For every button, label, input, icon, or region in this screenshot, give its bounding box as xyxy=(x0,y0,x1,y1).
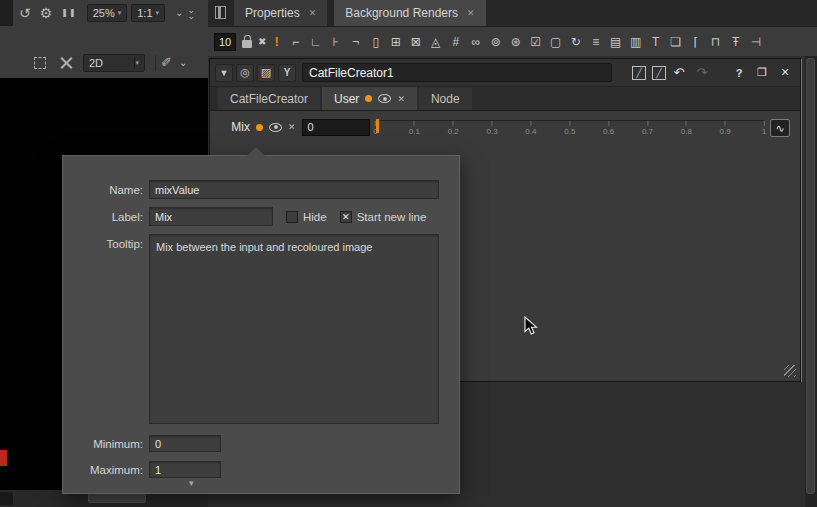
divider-knob-icon[interactable]: Ŧ xyxy=(727,33,745,51)
checkbox-knob-icon[interactable]: ☑ xyxy=(527,33,545,51)
node-title-input[interactable]: CatFileCreator1 xyxy=(302,63,612,82)
resize-grip-icon[interactable] xyxy=(784,365,796,377)
ratio-select[interactable]: 1:1 ▾ xyxy=(131,4,165,22)
maximum-input[interactable]: 1 xyxy=(149,461,221,478)
name-input[interactable]: mixValue xyxy=(149,180,439,199)
pause-icon[interactable]: ❚❚ xyxy=(61,6,76,20)
collapse-panel-icon[interactable]: ▼ xyxy=(215,64,233,82)
visibility-eye-icon[interactable] xyxy=(269,123,282,132)
pulldown-knob-icon[interactable]: ⊓ xyxy=(707,33,725,51)
close-tab-icon[interactable]: ✕ xyxy=(467,8,475,18)
zoom-select[interactable]: 25% ▾ xyxy=(87,4,128,22)
chevron-down-icon: ⌄ xyxy=(187,13,195,19)
vertical-scrollbar-track[interactable] xyxy=(805,56,817,507)
float-panel-icon[interactable]: ❐ xyxy=(752,66,772,79)
endline-knob-icon[interactable]: ⊣ xyxy=(747,33,765,51)
transform-handles-icon[interactable] xyxy=(60,57,73,70)
tick-line xyxy=(375,121,376,126)
node-pickle-icon[interactable]: Y xyxy=(278,64,296,82)
start-new-line-label: Start new line xyxy=(357,211,427,223)
help-icon[interactable]: ? xyxy=(729,67,749,79)
chevron-down-icon[interactable]: ⌄ xyxy=(175,6,183,20)
tab-knob-icon[interactable]: ⌈ xyxy=(687,33,705,51)
text-knob-icon[interactable]: T xyxy=(647,33,665,51)
tab-label: Background Renders xyxy=(345,6,458,20)
pane-menu-icon[interactable] xyxy=(215,6,226,19)
delete-knob-icon[interactable]: ✖ xyxy=(258,36,266,47)
hide-checkbox[interactable] xyxy=(286,211,298,223)
tab-catfilecreator[interactable]: CatFileCreator xyxy=(218,87,320,110)
expression-knob-icon[interactable]: # xyxy=(447,33,465,51)
start-new-line-checkbox[interactable]: ✕ xyxy=(340,211,352,223)
slider-tick: 0.5 xyxy=(564,121,575,136)
curve-editor-button[interactable]: ∿ xyxy=(770,119,790,137)
slider-tick: 1 xyxy=(762,121,766,136)
view-mode-select[interactable]: 2D ▾ xyxy=(83,54,145,72)
link-knob-icon[interactable]: ∞ xyxy=(467,33,485,51)
format-knob-icon[interactable]: ⊞ xyxy=(387,33,405,51)
redo-icon[interactable]: ↷ xyxy=(692,65,712,80)
button-knob-icon[interactable]: ▢ xyxy=(547,33,565,51)
bbox-knob-icon[interactable]: ▯ xyxy=(367,33,385,51)
tick-label: 0.1 xyxy=(409,127,420,136)
minimum-input[interactable]: 0 xyxy=(149,435,221,452)
chevron-down-icon: ▾ xyxy=(156,9,160,17)
refresh-icon[interactable]: ↺ xyxy=(19,6,31,20)
slider-tick: 0.6 xyxy=(603,121,614,136)
preset-button-2[interactable]: ╱ xyxy=(652,66,666,80)
field-knob-icon[interactable]: ⌐ xyxy=(287,33,305,51)
mix-value-input[interactable]: 0 xyxy=(302,119,370,136)
tick-line xyxy=(569,121,570,126)
vertical-scrollbar-handle[interactable] xyxy=(806,58,815,494)
center-node-icon[interactable]: ◎ xyxy=(236,64,254,82)
crop-knob-icon[interactable]: ⊠ xyxy=(407,33,425,51)
close-panel-icon[interactable]: ✕ xyxy=(775,66,795,79)
tab-node[interactable]: Node xyxy=(419,87,472,110)
undo-icon[interactable]: ↶ xyxy=(669,65,689,80)
tooltip-textarea[interactable]: Mix between the input and recoloured ima… xyxy=(149,234,439,424)
tab-label: Properties xyxy=(245,6,300,20)
handle-knob-icon[interactable]: ⊦ xyxy=(327,33,345,51)
tick-label: 0.8 xyxy=(681,127,692,136)
remove-knob-icon[interactable]: ✕ xyxy=(288,122,296,132)
settings-gear-icon[interactable]: ⚙ xyxy=(40,6,53,20)
slider-tick: 0.3 xyxy=(487,121,498,136)
history-count-field[interactable]: 10 xyxy=(214,33,236,51)
channels-knob-icon[interactable]: ⊛ xyxy=(507,33,525,51)
bracket-knob-icon[interactable]: ¬ xyxy=(347,33,365,51)
group-knob-icon[interactable]: ❏ xyxy=(667,33,685,51)
knob-label[interactable]: Mix xyxy=(220,120,250,134)
corner-knob-icon[interactable]: ∟ xyxy=(307,33,325,51)
node-color-swatch-icon[interactable]: ▨ xyxy=(257,64,275,82)
columns-knob-icon[interactable]: ▥ xyxy=(627,33,645,51)
horizontal-scrollbar-handle[interactable] xyxy=(88,493,146,503)
marquee-select-icon[interactable] xyxy=(34,57,46,69)
color-knob-icon[interactable]: ⊚ xyxy=(487,33,505,51)
more-options-caret-icon[interactable]: ▾ xyxy=(189,478,194,488)
tick-line xyxy=(608,121,609,126)
tick-line xyxy=(453,121,454,126)
multiline-knob-icon[interactable]: ▤ xyxy=(607,33,625,51)
eyedropper-icon[interactable]: ✐ xyxy=(161,56,172,70)
chevron-down-icon[interactable]: ⌄ xyxy=(179,56,187,70)
tab-properties[interactable]: Properties ✕ xyxy=(234,0,327,26)
scale-knob-icon[interactable]: ◬ xyxy=(427,33,445,51)
visibility-eye-icon[interactable] xyxy=(378,94,391,103)
tick-line xyxy=(725,121,726,126)
name-row: Name: mixValue xyxy=(63,180,439,199)
double-chevron-icon[interactable]: ⌄ ⌄ xyxy=(187,7,195,19)
view-mode-value: 2D xyxy=(89,57,103,69)
script-knob-icon[interactable]: ↻ xyxy=(567,33,585,51)
slider-tick: 0.4 xyxy=(525,121,536,136)
tab-label: CatFileCreator xyxy=(230,92,308,106)
tab-background-renders[interactable]: Background Renders ✕ xyxy=(334,0,485,26)
align-left-icon[interactable]: ≡ xyxy=(587,33,605,51)
alert-icon[interactable]: ! xyxy=(272,34,280,49)
tab-user[interactable]: User ✕ xyxy=(322,87,417,110)
mix-slider[interactable]: 0 0.1 0.2 0.3 0.4 xyxy=(376,120,764,138)
close-tab-icon[interactable]: ✕ xyxy=(309,8,317,18)
preset-button-1[interactable]: ╱ xyxy=(632,66,646,80)
lock-icon[interactable] xyxy=(242,40,252,48)
remove-tab-icon[interactable]: ✕ xyxy=(397,94,405,104)
label-input[interactable]: Mix xyxy=(149,207,273,226)
